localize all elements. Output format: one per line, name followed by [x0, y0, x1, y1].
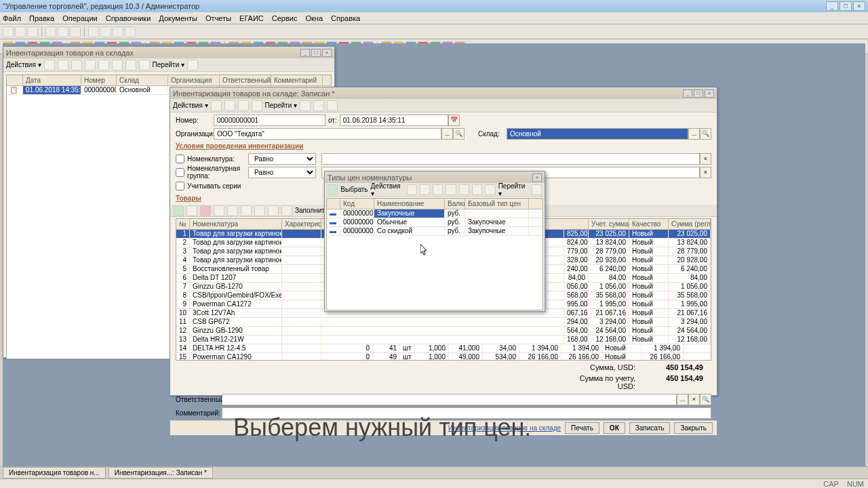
maximize-icon[interactable]: □ [694, 89, 703, 98]
navigate-dropdown[interactable]: Перейти ▾ [498, 182, 529, 197]
close-icon[interactable]: × [705, 89, 714, 98]
resp-field[interactable] [222, 394, 677, 405]
table-row[interactable]: 12 Ginzzu GB-1290 564,00 24 564,00 Новый… [176, 327, 711, 336]
refresh-icon[interactable] [485, 184, 495, 195]
minimize-icon[interactable]: _ [683, 89, 692, 98]
menu-Документы[interactable]: Документы [159, 14, 197, 22]
minimize-button[interactable]: _ [826, 1, 838, 11]
table-row[interactable]: 11 CSB GP672 294,00 3 294,00 Новый 3 294… [176, 318, 711, 327]
icon[interactable] [238, 100, 249, 111]
minimize-icon[interactable]: _ [300, 49, 310, 57]
icon[interactable] [224, 100, 235, 111]
table-row[interactable]: ▬ 000000005 Со скидкой руб. Закупочные [327, 227, 542, 236]
help-icon[interactable] [532, 184, 542, 195]
sort-icon[interactable] [472, 184, 482, 195]
edit-icon[interactable] [58, 60, 68, 70]
copy-icon[interactable] [186, 205, 197, 216]
undo-icon[interactable] [100, 26, 111, 37]
save-icon[interactable] [27, 26, 38, 37]
cut-icon[interactable] [45, 26, 56, 37]
delete-icon[interactable] [446, 184, 456, 195]
navigate-dropdown[interactable]: Перейти ▾ [265, 102, 297, 109]
col-number[interactable]: Номер [81, 75, 117, 85]
nomen-operator[interactable]: Равно [248, 153, 316, 165]
navigate-dropdown[interactable]: Перейти ▾ [153, 61, 184, 68]
actions-dropdown[interactable]: Действия ▾ [173, 102, 208, 109]
menu-Справка[interactable]: Справка [331, 14, 360, 22]
open-icon[interactable]: 🔍 [453, 128, 465, 140]
ok-button[interactable]: ОК [604, 422, 625, 434]
menu-Окна[interactable]: Окна [305, 14, 323, 22]
filter-icon[interactable] [112, 60, 123, 70]
close-icon[interactable]: × [532, 174, 542, 182]
add-icon[interactable] [407, 184, 417, 195]
settings-icon[interactable] [139, 60, 150, 70]
calendar-icon[interactable]: 📅 [448, 115, 460, 126]
series-checkbox[interactable] [176, 182, 184, 190]
copy-icon[interactable] [71, 60, 82, 70]
copy-icon[interactable] [58, 26, 68, 37]
help-icon[interactable] [187, 60, 198, 70]
clear-icon[interactable]: × [700, 153, 711, 165]
icon[interactable] [252, 100, 262, 111]
maximize-icon[interactable]: □ [311, 49, 321, 57]
menu-Сервис[interactable]: Сервис [272, 14, 298, 22]
save-icon[interactable] [211, 100, 222, 111]
col-warehouse[interactable]: Склад [117, 75, 168, 85]
nomen-group-operator[interactable]: Равно [248, 167, 316, 178]
actions-dropdown[interactable]: Действия ▾ [6, 61, 41, 68]
delete-icon[interactable] [85, 60, 96, 70]
help-icon[interactable] [300, 100, 311, 111]
search-icon[interactable] [125, 26, 136, 37]
refresh-icon[interactable] [98, 60, 109, 70]
paste-icon[interactable] [70, 26, 81, 37]
filter-icon[interactable] [459, 184, 469, 195]
icon[interactable] [327, 100, 338, 111]
edit-icon[interactable] [214, 205, 224, 216]
table-row[interactable]: 14 DELTA HR 12-4.5 0 41 шт 1,000 41,000 … [176, 344, 711, 353]
print-icon[interactable] [88, 26, 99, 37]
menu-Справочники[interactable]: Справочники [106, 14, 151, 22]
col-org[interactable]: Организация [168, 75, 220, 85]
sort-desc-icon[interactable] [268, 205, 279, 216]
sort-icon[interactable] [125, 60, 136, 70]
select-icon[interactable]: ... [688, 128, 700, 140]
close-button[interactable]: Закрыть [674, 422, 713, 434]
close-button[interactable]: × [853, 1, 865, 11]
delete-icon[interactable] [200, 205, 211, 216]
add-icon[interactable] [44, 60, 55, 70]
save-button[interactable]: Записать [629, 422, 671, 434]
table-row[interactable]: 15 Powerman CA1290 0 49 шт 1,000 49,000 … [176, 353, 711, 361]
price-types-table[interactable]: Код Наименование Валю... Базовый тип цен… [326, 198, 543, 310]
select-icon[interactable]: ... [677, 394, 688, 405]
open-icon[interactable] [15, 26, 26, 37]
menu-Файл[interactable]: Файл [3, 14, 21, 22]
actions-dropdown[interactable]: Действия ▾ [371, 182, 404, 197]
col-date[interactable]: Дата [23, 75, 81, 85]
select-icon[interactable] [328, 184, 338, 195]
task-button[interactable]: Инвентаризация товаров н... [3, 467, 106, 479]
col-responsible[interactable]: Ответственный [220, 75, 271, 85]
col-comment[interactable]: Комментарий [271, 75, 323, 85]
down-icon[interactable] [241, 205, 252, 216]
select-button[interactable]: Выбрать [340, 186, 368, 193]
menu-Операции[interactable]: Операции [62, 14, 97, 22]
edit-icon[interactable] [420, 184, 430, 195]
menu-Отчеты[interactable]: Отчеты [205, 14, 231, 22]
org-field[interactable] [214, 128, 441, 140]
print-button[interactable]: Печать [565, 422, 599, 434]
table-row[interactable]: 13 Delta HR12-21W 168,00 12 168,00 Новый… [176, 336, 711, 344]
new-icon[interactable] [3, 26, 14, 37]
redo-icon[interactable] [113, 26, 123, 37]
add-icon[interactable] [173, 205, 184, 216]
sort-asc-icon[interactable] [254, 205, 265, 216]
menu-ЕГАИС[interactable]: ЕГАИС [239, 14, 264, 22]
icon[interactable] [313, 100, 324, 111]
up-icon[interactable] [227, 205, 238, 216]
maximize-button[interactable]: □ [840, 1, 852, 11]
table-row[interactable]: ▬ 000000004 Обычные руб. Закупочные [327, 218, 542, 227]
nomen-value[interactable] [321, 153, 700, 165]
copy-icon[interactable] [433, 184, 443, 195]
menu-Правка[interactable]: Правка [29, 14, 54, 22]
table-row[interactable]: ▬ 000000002 Закупочные руб. [327, 209, 542, 218]
